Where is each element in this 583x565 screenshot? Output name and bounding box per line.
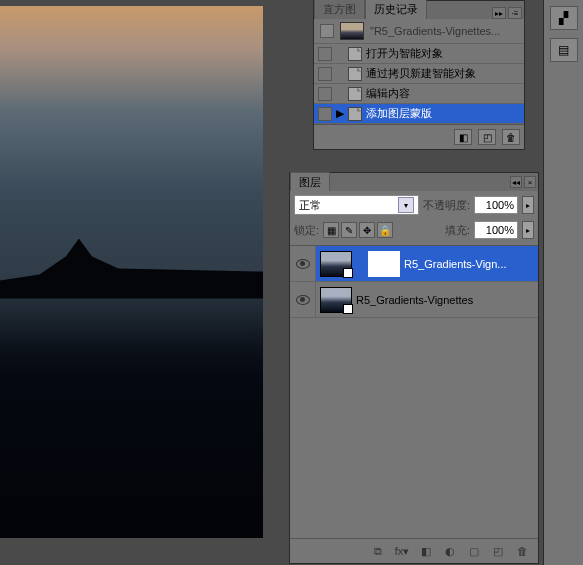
eye-icon bbox=[296, 259, 310, 269]
panel-collapse-icon[interactable]: ◂◂ bbox=[510, 176, 522, 188]
lock-all-icon[interactable]: 🔒 bbox=[377, 222, 393, 238]
fill-input[interactable]: 100% bbox=[474, 221, 518, 239]
layers-list: R5_Gradients-Vign... R5_Gradients-Vignet… bbox=[290, 246, 538, 538]
canvas-image bbox=[0, 6, 263, 538]
opacity-input[interactable]: 100% bbox=[474, 196, 518, 214]
blend-mode-value: 正常 bbox=[299, 198, 321, 213]
new-layer-icon[interactable]: ◰ bbox=[490, 544, 506, 558]
trash-icon[interactable]: 🗑 bbox=[502, 129, 520, 145]
history-pointer-icon: ▶ bbox=[336, 107, 344, 120]
history-body: "R5_Gradients-Vignettes... 打开为智能对象 通过拷贝新… bbox=[314, 19, 524, 149]
lock-transparency-icon[interactable]: ▦ bbox=[323, 222, 339, 238]
history-slot bbox=[318, 87, 332, 101]
tab-history[interactable]: 历史记录 bbox=[365, 0, 427, 19]
history-item-label: 添加图层蒙版 bbox=[366, 106, 432, 121]
layer-name: R5_Gradients-Vignettes bbox=[356, 294, 473, 306]
link-layers-icon[interactable]: ⧉ bbox=[370, 544, 386, 558]
layers-panel: 图层 ◂◂ × 正常 ▾ 不透明度: 100% ▸ 锁定: ▦ ✎ ✥ 🔒 填充… bbox=[289, 172, 539, 564]
document-icon bbox=[348, 67, 362, 81]
opacity-label: 不透明度: bbox=[423, 198, 470, 213]
layers-header: 图层 ◂◂ × bbox=[290, 173, 538, 191]
new-group-icon[interactable]: ▢ bbox=[466, 544, 482, 558]
adjustment-layer-icon[interactable]: ◐ bbox=[442, 544, 458, 558]
layer-style-icon[interactable]: fx▾ bbox=[394, 544, 410, 558]
tab-layers[interactable]: 图层 bbox=[290, 172, 330, 192]
delete-layer-icon[interactable]: 🗑 bbox=[514, 544, 530, 558]
panel-shortcut-icon[interactable]: ▤ bbox=[550, 38, 578, 62]
layer-thumbnail[interactable] bbox=[320, 251, 352, 277]
history-footer: ◧ ◰ 🗑 bbox=[314, 124, 524, 149]
lock-pixels-icon[interactable]: ✎ bbox=[341, 222, 357, 238]
panel-close-icon[interactable]: × bbox=[524, 176, 536, 188]
new-document-icon[interactable]: ◧ bbox=[454, 129, 472, 145]
history-item[interactable]: 编辑内容 bbox=[314, 84, 524, 104]
document-icon bbox=[348, 107, 362, 121]
layer-mask-thumbnail[interactable] bbox=[368, 251, 400, 277]
layer-row-selected[interactable]: R5_Gradients-Vign... bbox=[290, 246, 538, 282]
smart-object-badge-icon bbox=[343, 268, 353, 278]
layer-visibility-toggle[interactable] bbox=[290, 282, 316, 317]
tab-histogram[interactable]: 直方图 bbox=[314, 0, 365, 19]
history-item-selected[interactable]: ▶ 添加图层蒙版 bbox=[314, 104, 524, 124]
lock-label: 锁定: bbox=[294, 223, 319, 238]
snapshot-name: "R5_Gradients-Vignettes... bbox=[370, 25, 500, 37]
layer-visibility-toggle[interactable] bbox=[290, 246, 316, 281]
history-slot bbox=[318, 47, 332, 61]
history-item[interactable]: 打开为智能对象 bbox=[314, 44, 524, 64]
layer-name: R5_Gradients-Vign... bbox=[404, 258, 507, 270]
history-panel: 直方图 历史记录 ▸▸ ·≡ "R5_Gradients-Vignettes..… bbox=[313, 0, 525, 150]
fill-flyout-icon[interactable]: ▸ bbox=[522, 221, 534, 239]
history-slot bbox=[318, 107, 332, 121]
opacity-flyout-icon[interactable]: ▸ bbox=[522, 196, 534, 214]
image-silhouette bbox=[0, 239, 263, 299]
new-snapshot-icon[interactable]: ◰ bbox=[478, 129, 496, 145]
dropdown-arrow-icon: ▾ bbox=[398, 197, 414, 213]
layer-row[interactable]: R5_Gradients-Vignettes bbox=[290, 282, 538, 318]
fill-label: 填充: bbox=[445, 223, 470, 238]
blend-mode-select[interactable]: 正常 ▾ bbox=[294, 195, 419, 215]
history-item-label: 通过拷贝新建智能对象 bbox=[366, 66, 476, 81]
history-item-label: 打开为智能对象 bbox=[366, 46, 443, 61]
snapshot-thumb bbox=[340, 22, 364, 40]
history-tabbar: 直方图 历史记录 ▸▸ ·≡ bbox=[314, 1, 524, 19]
histogram-shortcut-icon[interactable]: ▞ bbox=[550, 6, 578, 30]
document-icon bbox=[348, 87, 362, 101]
panel-menu-icon[interactable]: ▸▸ bbox=[492, 7, 506, 19]
history-snapshot-row[interactable]: "R5_Gradients-Vignettes... bbox=[314, 19, 524, 44]
document-icon bbox=[348, 47, 362, 61]
layer-mask-icon[interactable]: ◧ bbox=[418, 544, 434, 558]
smart-object-badge-icon bbox=[343, 304, 353, 314]
eye-icon bbox=[296, 295, 310, 305]
history-slot bbox=[318, 67, 332, 81]
blend-mode-row: 正常 ▾ 不透明度: 100% ▸ bbox=[290, 191, 538, 219]
history-item-label: 编辑内容 bbox=[366, 86, 410, 101]
layers-footer: ⧉ fx▾ ◧ ◐ ▢ ◰ 🗑 bbox=[290, 538, 538, 563]
right-dock: ▞ ▤ bbox=[543, 0, 583, 565]
panel-minimize-icon[interactable]: ·≡ bbox=[508, 7, 522, 19]
history-item[interactable]: 通过拷贝新建智能对象 bbox=[314, 64, 524, 84]
lock-position-icon[interactable]: ✥ bbox=[359, 222, 375, 238]
lock-row: 锁定: ▦ ✎ ✥ 🔒 填充: 100% ▸ bbox=[290, 219, 538, 246]
layer-thumbnail[interactable] bbox=[320, 287, 352, 313]
history-brush-icon[interactable] bbox=[320, 24, 334, 38]
